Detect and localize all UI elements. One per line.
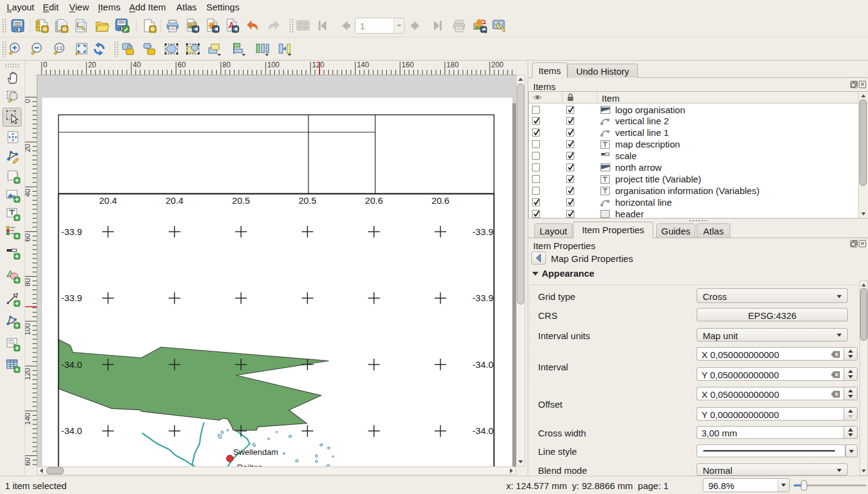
svg-text:80: 80 <box>222 61 231 69</box>
svg-text:20: 20 <box>25 144 32 152</box>
svg-text:160: 160 <box>25 457 32 466</box>
svg-text:-33.9: -33.9 <box>473 293 493 303</box>
svg-text:40: 40 <box>133 61 141 69</box>
svg-text:-34.0: -34.0 <box>473 359 493 370</box>
svg-text:20.5: 20.5 <box>299 195 316 206</box>
svg-text:140: 140 <box>357 61 369 69</box>
svg-text:-33.9: -33.9 <box>61 293 82 303</box>
svg-text:0: 0 <box>43 61 48 69</box>
svg-text:20.6: 20.6 <box>432 195 449 206</box>
svg-text:1:1: 1:1 <box>56 45 62 51</box>
svg-text:120: 120 <box>312 61 324 69</box>
svg-text:60: 60 <box>25 233 32 242</box>
svg-text:120: 120 <box>25 368 32 380</box>
svg-text:200: 200 <box>492 61 504 69</box>
svg-text:0: 0 <box>25 99 32 103</box>
svg-text:20.5: 20.5 <box>232 195 250 206</box>
svg-text:60: 60 <box>178 61 186 69</box>
svg-text:80: 80 <box>25 278 32 286</box>
svg-text:-33.9: -33.9 <box>61 226 82 237</box>
svg-text:100: 100 <box>25 323 32 335</box>
svg-text:Swellendam: Swellendam <box>233 447 279 457</box>
svg-text:180: 180 <box>446 61 458 69</box>
svg-text:-33.9: -33.9 <box>473 226 493 237</box>
svg-text:40: 40 <box>25 189 32 197</box>
svg-text:-34.0: -34.0 <box>473 425 493 436</box>
svg-text:20.6: 20.6 <box>365 195 383 206</box>
svg-text:140: 140 <box>25 413 32 425</box>
svg-text:20.4: 20.4 <box>99 195 117 206</box>
svg-text:160: 160 <box>402 61 414 69</box>
svg-text:-34.0: -34.0 <box>61 425 82 436</box>
svg-text:20.4: 20.4 <box>165 195 183 206</box>
svg-text:100: 100 <box>268 61 280 69</box>
svg-text:20: 20 <box>88 61 97 69</box>
svg-text:-34.0: -34.0 <box>61 359 82 370</box>
